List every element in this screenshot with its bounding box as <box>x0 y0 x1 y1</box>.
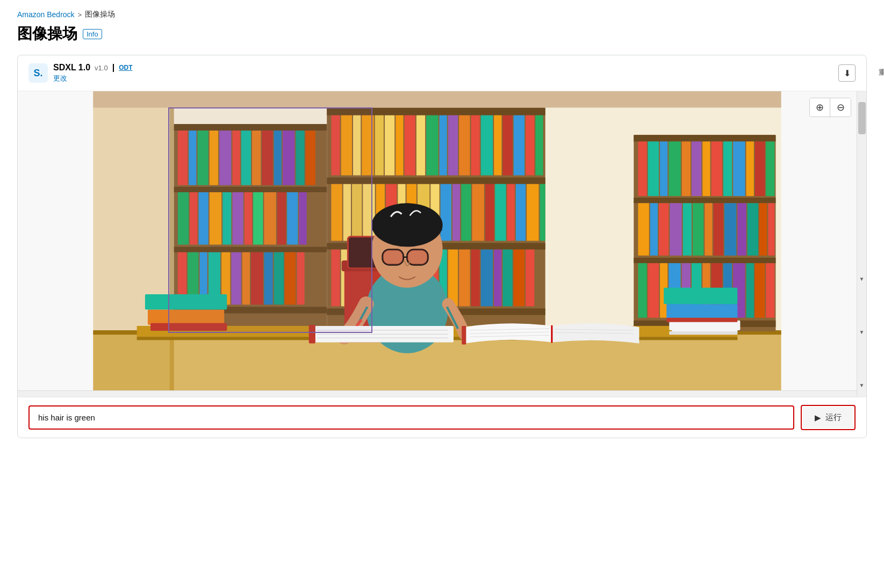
svg-rect-43 <box>264 252 272 305</box>
svg-rect-60 <box>416 115 425 176</box>
svg-rect-61 <box>426 115 438 176</box>
scroll-thumb[interactable] <box>858 102 866 134</box>
svg-rect-142 <box>638 263 646 318</box>
version-divider: | <box>112 63 114 72</box>
svg-rect-18 <box>262 130 272 185</box>
svg-rect-124 <box>723 141 732 196</box>
svg-rect-31 <box>264 192 276 245</box>
svg-rect-109 <box>514 250 524 307</box>
svg-rect-21 <box>296 130 304 185</box>
info-badge[interactable]: Info <box>83 29 102 39</box>
svg-rect-119 <box>669 141 680 196</box>
model-name-row: SDXL 1.0 v1.0 | ODT <box>53 63 132 72</box>
svg-rect-70 <box>526 115 534 176</box>
svg-rect-108 <box>502 250 512 307</box>
svg-rect-168 <box>407 250 428 265</box>
prompt-input-wrapper <box>28 405 794 430</box>
svg-rect-32 <box>277 192 286 245</box>
svg-rect-133 <box>683 203 692 256</box>
scroll-arrow-1[interactable]: ▼ <box>857 274 866 284</box>
model-tag[interactable]: ODT <box>119 64 132 71</box>
svg-rect-44 <box>274 252 284 305</box>
svg-rect-26 <box>210 192 221 245</box>
svg-rect-30 <box>253 192 263 245</box>
breadcrumb: Amazon Bedrock > 图像操场 <box>0 0 884 24</box>
image-area: ⊕ ⊖ ▼ ▼ ▼ <box>18 91 866 397</box>
svg-rect-33 <box>287 192 298 245</box>
svg-rect-23 <box>178 192 189 245</box>
run-button[interactable]: ▶ 运行 <box>803 407 853 428</box>
svg-rect-106 <box>481 250 493 307</box>
svg-rect-186 <box>150 323 227 331</box>
library-scene <box>18 91 857 397</box>
page-title-row: 图像操场 Info <box>0 24 884 55</box>
scrollbar-bottom[interactable] <box>18 390 857 397</box>
svg-rect-88 <box>507 184 515 241</box>
svg-rect-84 <box>461 184 471 241</box>
svg-rect-63 <box>448 115 458 176</box>
model-name: SDXL 1.0 <box>53 63 90 72</box>
svg-rect-154 <box>766 263 774 318</box>
svg-rect-85 <box>472 184 484 241</box>
prompt-area: ▶ 运行 <box>18 397 866 438</box>
svg-rect-104 <box>459 250 470 307</box>
svg-rect-176 <box>309 325 315 344</box>
svg-rect-92 <box>331 250 340 307</box>
svg-rect-16 <box>241 130 251 185</box>
svg-rect-46 <box>297 252 304 305</box>
svg-rect-131 <box>659 203 669 256</box>
svg-rect-10 <box>178 130 188 185</box>
zoom-in-button[interactable]: ⊕ <box>810 98 830 117</box>
svg-rect-41 <box>242 252 250 305</box>
model-header: S. SDXL 1.0 v1.0 | ODT 更改 ⬇ <box>18 55 866 91</box>
prompt-input[interactable] <box>31 408 792 427</box>
svg-rect-105 <box>471 250 479 307</box>
scroll-arrow-2[interactable]: ▼ <box>857 327 866 337</box>
download-button[interactable]: ⬇ <box>838 64 856 82</box>
svg-rect-48 <box>327 107 545 115</box>
svg-rect-184 <box>148 309 224 324</box>
model-left: S. SDXL 1.0 v1.0 | ODT 更改 <box>28 63 132 83</box>
svg-rect-56 <box>375 115 384 176</box>
svg-rect-40 <box>231 252 241 305</box>
svg-rect-141 <box>768 203 774 256</box>
svg-rect-114 <box>634 258 775 263</box>
scrollbar-right[interactable]: ▼ ▼ ▼ <box>857 91 866 397</box>
svg-rect-121 <box>692 141 701 196</box>
model-change-link[interactable]: 更改 <box>53 74 132 83</box>
svg-rect-12 <box>197 130 208 185</box>
svg-rect-64 <box>459 115 470 176</box>
svg-rect-123 <box>711 141 722 196</box>
svg-rect-59 <box>405 115 415 176</box>
svg-rect-110 <box>526 250 534 307</box>
svg-rect-140 <box>759 203 767 256</box>
svg-rect-86 <box>485 184 494 241</box>
breadcrumb-current: 图像操场 <box>85 10 115 19</box>
svg-rect-69 <box>514 115 524 176</box>
breadcrumb-separator: > <box>78 11 82 19</box>
library-illustration <box>18 91 857 397</box>
svg-rect-178 <box>462 326 466 345</box>
model-icon: S. <box>28 63 48 83</box>
svg-rect-82 <box>441 184 451 241</box>
svg-rect-193 <box>93 91 781 107</box>
svg-rect-71 <box>535 115 543 176</box>
svg-rect-112 <box>634 135 775 141</box>
zoom-out-button[interactable]: ⊖ <box>830 98 851 117</box>
svg-rect-42 <box>251 252 263 305</box>
svg-rect-125 <box>733 141 745 196</box>
svg-rect-7 <box>174 187 327 192</box>
svg-rect-128 <box>766 141 774 196</box>
scroll-arrow-3[interactable]: ▼ <box>857 380 866 390</box>
svg-rect-152 <box>746 263 754 318</box>
svg-rect-129 <box>638 203 649 256</box>
svg-rect-87 <box>495 184 506 241</box>
svg-rect-116 <box>638 141 646 196</box>
model-version: v1.0 <box>95 64 108 72</box>
breadcrumb-home-link[interactable]: Amazon Bedrock <box>17 10 75 19</box>
svg-rect-19 <box>274 130 282 185</box>
svg-rect-72 <box>331 184 342 241</box>
svg-rect-28 <box>232 192 243 245</box>
svg-rect-73 <box>343 184 351 241</box>
svg-rect-27 <box>222 192 231 245</box>
